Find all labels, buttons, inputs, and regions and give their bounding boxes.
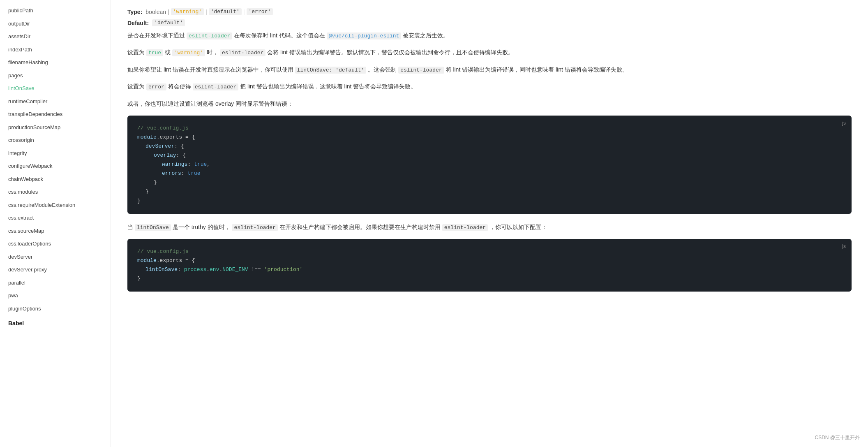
code1-line1: // vue.config.js [137,124,842,133]
code1-close3: } [137,198,141,204]
sidebar-item-crossorigin[interactable]: crossorigin [0,134,111,147]
code1-line5: warnings: true, [137,160,842,169]
code2-node-env: NODE_ENV [222,266,248,273]
code-block-2: js // vue.config.js module.exports = { l… [127,239,852,292]
code2-line2: module.exports = { [137,256,842,265]
sidebar-item-configurewebpack[interactable]: configureWebpack [0,160,111,173]
code1-warnings: warnings [162,161,187,167]
code1-line3: devServer: { [137,142,842,151]
code1-colon4: : [181,170,188,176]
para2-eslint: eslint-loader [220,49,265,56]
para1-end: 被安装之后生效。 [403,32,449,39]
paragraph-2: 设置为 true 或 'warning' 时， eslint-loader 会将… [127,47,852,58]
code2-line3: lintOnSave: process.env.NODE_ENV !== 'pr… [137,265,842,274]
sidebar-item-publicpath[interactable]: publicPath [0,4,111,17]
sidebar-item-devserver-proxy[interactable]: devServer.proxy [0,263,111,276]
sidebar-item-css-loaderoptions[interactable]: css.loaderOptions [0,237,111,250]
para2-true: true [146,49,163,56]
para3-mid: 。这会强制 [368,66,397,73]
para2-or: 或 [165,49,172,56]
default-line: Default: 'default' [127,19,852,26]
code-block-1: js // vue.config.js module.exports = { d… [127,116,852,214]
paragraph-6: 当 lintOnSave 是一个 truthy 的值时， eslint-load… [127,222,852,232]
para1-link1: eslint-loader [187,32,232,39]
type-warning: 'warning' [171,8,204,15]
para3-text: 将 lint 错误输出为编译错误，同时也意味着 lint 错误将会导致编译失败。 [446,66,628,73]
sidebar-item-parallel[interactable]: parallel [0,276,111,290]
code2-env: env [210,266,219,273]
code2-production: 'production' [264,266,303,273]
code2-exports: .exports = { [157,257,195,264]
para6-code1: lintOnSave [135,224,171,231]
para3-code: lintOnSave: 'default' [295,67,367,74]
code1-comma1: , [207,161,210,167]
para1-start: 是否在开发环境下通过 [127,32,185,39]
code1-line8: } [137,187,842,196]
para4-eslint: eslint-loader [193,83,238,90]
code1-line4: overlay: { [137,151,842,160]
code1-errors: errors [162,170,181,176]
sidebar-item-assetsdir[interactable]: assetsDir [0,30,111,43]
paragraph-1: 是否在开发环境下通过 eslint-loader 在每次保存时 lint 代码。… [127,30,852,41]
para6-mid1: 是一个 truthy 的值时， [173,224,231,230]
pipe3: | [243,9,245,15]
sidebar-item-transpiledependencies[interactable]: transpileDependencies [0,108,111,121]
code1-lang: js [842,119,846,127]
sidebar-item-runtimecompiler[interactable]: runtimeCompiler [0,95,111,108]
para4-start: 设置为 [127,83,145,90]
para2-start: 设置为 [127,49,145,56]
code1-true1: true [194,161,207,167]
sidebar-item-outputdir[interactable]: outputDir [0,17,111,30]
pipe1: | [168,9,169,15]
type-label: Type: [127,9,142,15]
para2-mid: 时， [207,49,218,56]
para1-code: @vue/cli-plugin-eslint [327,32,402,39]
sidebar-item-productionsourcemap[interactable]: productionSourceMap [0,121,111,134]
main-content: Type: boolean | 'warning' | 'default' | … [111,0,868,447]
paragraph-4: 设置为 error 将会使得 eslint-loader 把 lint 警告也输… [127,81,852,92]
sidebar-item-indexpath[interactable]: indexPath [0,43,111,56]
code1-line9: } [137,197,842,206]
sidebar-item-css-extract[interactable]: css.extract [0,211,111,225]
code2-lintsave: lintOnSave [145,266,178,273]
default-label: Default: [127,20,149,26]
code2-process: process [184,266,207,273]
code1-devserver: devServer [145,143,174,149]
code1-close1: } [154,179,157,185]
type-boolean: boolean [145,9,166,15]
code1-line2: module.exports = { [137,133,842,142]
code1-line7: } [137,178,842,187]
sidebar-item-lintonsave[interactable]: lintOnSave [0,82,111,95]
type-error: 'error' [247,8,273,15]
code2-lang: js [842,242,846,250]
code2-neq: !== [248,266,264,273]
sidebar-item-css-requiremoduleextension[interactable]: css.requireModuleExtension [0,199,111,212]
code2-line4: } [137,274,842,283]
code1-true2: true [187,170,200,176]
para2-warning: 'warning' [172,49,205,56]
code1-close2: } [145,188,149,195]
code2-module: module [137,257,157,264]
code2-dot1: . [206,266,210,273]
para6-code3: eslint-loader [442,224,488,231]
para4-error: error [146,83,166,90]
code1-overlay: overlay [154,152,176,158]
sidebar-item-css-modules[interactable]: css.modules [0,185,111,199]
code1-colon2: : { [176,152,186,158]
para4-mid: 将会使得 [168,83,191,90]
sidebar-item-css-sourcemap[interactable]: css.sourceMap [0,225,111,238]
sidebar-item-pluginoptions[interactable]: pluginOptions [0,302,111,315]
code2-colon: : [178,266,184,273]
sidebar-item-integrity[interactable]: integrity [0,147,111,160]
para6-mid2: 在开发和生产构建下都会被启用。如果你想要在生产构建时禁用 [279,224,441,230]
sidebar-item-pwa[interactable]: pwa [0,289,111,302]
sidebar-item-chainwebpack[interactable]: chainWebpack [0,173,111,186]
sidebar-item-devserver[interactable]: devServer [0,250,111,264]
para2-text: 会将 lint 错误输出为编译警告。默认情况下，警告仅仅会被输出到命令行，且不会… [267,49,514,56]
sidebar-item-filenamehashing[interactable]: filenameHashing [0,56,111,69]
code1-module: module [137,134,157,140]
para3-eslint: eslint-loader [398,67,444,74]
sidebar-item-pages[interactable]: pages [0,69,111,82]
para6-code2: eslint-loader [232,224,277,231]
code2-close: } [137,276,141,282]
